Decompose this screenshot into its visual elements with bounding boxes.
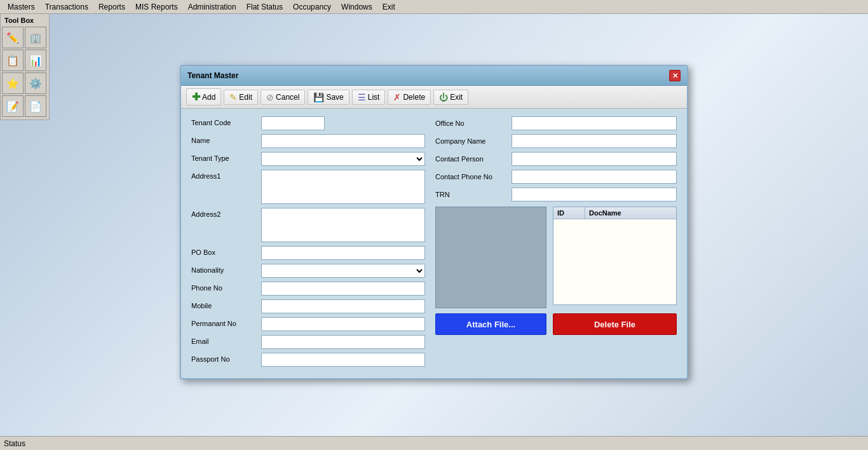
cancel-label: Cancel bbox=[276, 93, 299, 102]
doc-area: ID DocName bbox=[553, 207, 677, 308]
delete-button[interactable]: ✗ Delete bbox=[388, 90, 431, 105]
contact-phone-input[interactable] bbox=[512, 170, 677, 184]
menu-occupancy[interactable]: Occupancy bbox=[288, 1, 336, 13]
passport-no-row: Passport No bbox=[191, 353, 425, 367]
list-icon: ☰ bbox=[358, 92, 366, 102]
tenant-code-input[interactable] bbox=[261, 116, 325, 130]
nationality-label: Nationality bbox=[191, 264, 261, 274]
menubar: Masters Transactions Reports MIS Reports… bbox=[0, 0, 868, 14]
menu-windows[interactable]: Windows bbox=[336, 1, 377, 13]
mobile-row: Mobile bbox=[191, 299, 425, 313]
action-buttons-section: Attach File... Delete File bbox=[435, 313, 677, 335]
trn-row: TRN bbox=[435, 188, 677, 201]
passport-no-input[interactable] bbox=[261, 353, 425, 367]
modal-form-body: Tenant Code Name Tenant Type Address1 bbox=[181, 109, 687, 378]
modal-toolbar: ✚ Add ✎ Edit ⊘ Cancel 💾 Save ☰ List ✗ De… bbox=[181, 86, 687, 109]
cancel-icon: ⊘ bbox=[266, 92, 274, 102]
add-label: Add bbox=[202, 93, 215, 102]
office-no-input[interactable] bbox=[512, 116, 677, 130]
po-box-label: PO Box bbox=[191, 246, 261, 256]
delete-label: Delete bbox=[403, 93, 425, 102]
address2-row: Address2 bbox=[191, 208, 425, 242]
office-no-label: Office No bbox=[435, 119, 512, 127]
phone-no-input[interactable] bbox=[261, 282, 425, 296]
address1-label: Address1 bbox=[191, 170, 261, 180]
email-input[interactable] bbox=[261, 335, 425, 349]
menu-reports[interactable]: Reports bbox=[93, 1, 130, 13]
name-label: Name bbox=[191, 134, 261, 144]
po-box-input[interactable] bbox=[261, 246, 425, 260]
phone-no-label: Phone No bbox=[191, 282, 261, 292]
po-box-row: PO Box bbox=[191, 246, 425, 260]
address2-input[interactable] bbox=[261, 208, 425, 242]
save-button[interactable]: 💾 Save bbox=[308, 90, 349, 105]
passport-no-label: Passport No bbox=[191, 353, 261, 363]
permanant-no-label: Permanant No bbox=[191, 317, 261, 327]
attach-file-button[interactable]: Attach File... bbox=[435, 313, 546, 335]
menu-masters[interactable]: Masters bbox=[3, 1, 40, 13]
doc-grid: ID DocName bbox=[553, 207, 677, 305]
doc-col-id: ID bbox=[553, 207, 585, 219]
form-right: Office No Company Name Contact Person Co… bbox=[435, 116, 677, 371]
email-label: Email bbox=[191, 335, 261, 345]
save-label: Save bbox=[326, 93, 343, 102]
menu-mis-reports[interactable]: MIS Reports bbox=[130, 1, 183, 13]
modal-title: Tenant Master bbox=[187, 71, 238, 80]
menu-administration[interactable]: Administration bbox=[183, 1, 241, 13]
permanant-no-input[interactable] bbox=[261, 317, 425, 331]
status-label: Status bbox=[4, 439, 25, 448]
contact-person-row: Contact Person bbox=[435, 152, 677, 166]
name-row: Name bbox=[191, 134, 425, 148]
delete-file-button[interactable]: Delete File bbox=[553, 313, 677, 335]
menu-exit[interactable]: Exit bbox=[377, 1, 400, 13]
form-left: Tenant Code Name Tenant Type Address1 bbox=[191, 116, 425, 371]
nationality-select[interactable] bbox=[261, 264, 425, 278]
email-row: Email bbox=[191, 335, 425, 349]
name-input[interactable] bbox=[261, 134, 425, 148]
permanant-no-row: Permanant No bbox=[191, 317, 425, 331]
trn-label: TRN bbox=[435, 191, 512, 198]
contact-phone-label: Contact Phone No bbox=[435, 173, 512, 181]
tenant-code-row: Tenant Code bbox=[191, 116, 425, 130]
phone-no-row: Phone No bbox=[191, 282, 425, 296]
tenant-type-row: Tenant Type bbox=[191, 152, 425, 166]
company-name-input[interactable] bbox=[512, 134, 677, 148]
delete-icon: ✗ bbox=[393, 92, 401, 102]
mobile-input[interactable] bbox=[261, 299, 425, 313]
add-icon: ✚ bbox=[192, 91, 200, 103]
contact-person-input[interactable] bbox=[512, 152, 677, 166]
address2-label: Address2 bbox=[191, 208, 261, 218]
edit-label: Edit bbox=[239, 93, 252, 102]
modal-close-button[interactable]: ✕ bbox=[669, 70, 681, 81]
edit-button[interactable]: ✎ Edit bbox=[224, 90, 258, 105]
cancel-button[interactable]: ⊘ Cancel bbox=[261, 90, 305, 105]
nationality-row: Nationality bbox=[191, 264, 425, 278]
company-name-row: Company Name bbox=[435, 134, 677, 148]
list-button[interactable]: ☰ List bbox=[352, 90, 386, 105]
tenant-type-label: Tenant Type bbox=[191, 152, 261, 162]
address1-row: Address1 bbox=[191, 170, 425, 204]
exit-button[interactable]: ⏻ Exit bbox=[433, 90, 468, 105]
photo-doc-section: ID DocName bbox=[435, 207, 677, 308]
modal-overlay: Tenant Master ✕ ✚ Add ✎ Edit ⊘ Cancel 💾 … bbox=[0, 14, 868, 436]
tenant-type-select[interactable] bbox=[261, 152, 425, 166]
tenant-master-modal: Tenant Master ✕ ✚ Add ✎ Edit ⊘ Cancel 💾 … bbox=[180, 65, 688, 379]
company-name-label: Company Name bbox=[435, 137, 512, 145]
contact-person-label: Contact Person bbox=[435, 155, 512, 163]
menu-flat-status[interactable]: Flat Status bbox=[241, 1, 288, 13]
statusbar: Status bbox=[0, 436, 868, 450]
office-no-row: Office No bbox=[435, 116, 677, 130]
address1-input[interactable] bbox=[261, 170, 425, 204]
list-label: List bbox=[368, 93, 380, 102]
exit-icon: ⏻ bbox=[439, 92, 448, 102]
trn-input[interactable] bbox=[512, 188, 677, 201]
menu-transactions[interactable]: Transactions bbox=[40, 1, 93, 13]
edit-icon: ✎ bbox=[229, 92, 237, 102]
add-button[interactable]: ✚ Add bbox=[186, 88, 221, 106]
exit-label: Exit bbox=[450, 93, 463, 102]
photo-area bbox=[435, 207, 546, 308]
modal-titlebar: Tenant Master ✕ bbox=[181, 66, 687, 86]
tenant-code-label: Tenant Code bbox=[191, 116, 261, 126]
mobile-label: Mobile bbox=[191, 299, 261, 310]
contact-phone-row: Contact Phone No bbox=[435, 170, 677, 184]
